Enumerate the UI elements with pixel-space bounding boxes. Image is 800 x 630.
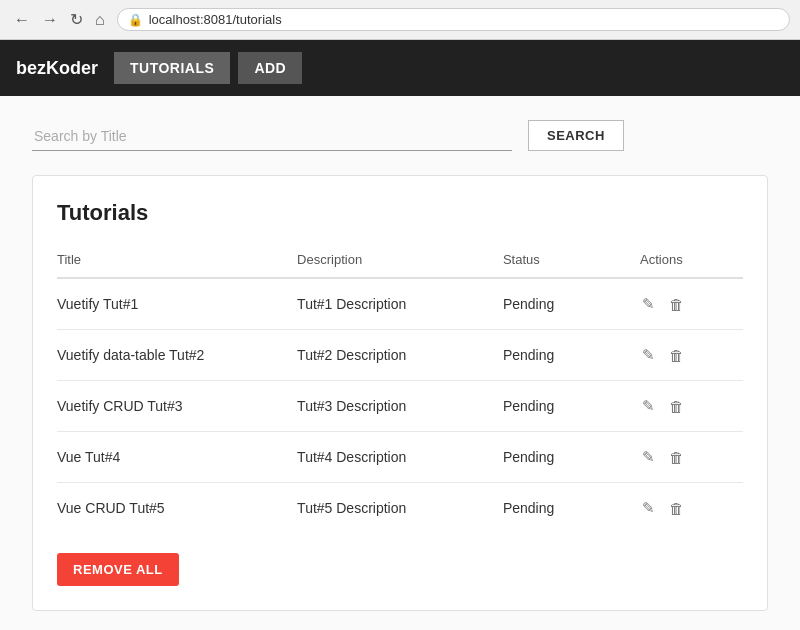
cell-description: Tut#5 Description — [297, 483, 503, 534]
cell-title: Vue Tut#4 — [57, 432, 297, 483]
search-bar: SEARCH — [32, 120, 768, 151]
home-button[interactable]: ⌂ — [91, 10, 109, 30]
cell-actions: ✎🗑 — [640, 330, 743, 381]
nav-buttons: ← → ↻ ⌂ — [10, 10, 109, 30]
table-row: Vuetify CRUD Tut#3Tut#3 DescriptionPendi… — [57, 381, 743, 432]
actions-cell: ✎🗑 — [640, 446, 731, 468]
card-title: Tutorials — [57, 200, 743, 226]
search-button[interactable]: SEARCH — [528, 120, 624, 151]
search-input-wrapper — [32, 122, 512, 151]
delete-icon[interactable]: 🗑 — [667, 498, 686, 519]
cell-description: Tut#2 Description — [297, 330, 503, 381]
cell-actions: ✎🗑 — [640, 432, 743, 483]
address-bar[interactable]: 🔒 localhost:8081/tutorials — [117, 8, 790, 31]
col-header-actions: Actions — [640, 242, 743, 278]
table-row: Vue CRUD Tut#5Tut#5 DescriptionPending✎🗑 — [57, 483, 743, 534]
table-body: Vuetify Tut#1Tut#1 DescriptionPending✎🗑V… — [57, 278, 743, 533]
browser-chrome: ← → ↻ ⌂ 🔒 localhost:8081/tutorials — [0, 0, 800, 40]
tutorials-table: Title Description Status Actions Vuetify… — [57, 242, 743, 533]
url-text: localhost:8081/tutorials — [149, 12, 282, 27]
lock-icon: 🔒 — [128, 13, 143, 27]
cell-title: Vuetify Tut#1 — [57, 278, 297, 330]
forward-button[interactable]: → — [38, 10, 62, 30]
search-input[interactable] — [32, 122, 512, 151]
table-row: Vue Tut#4Tut#4 DescriptionPending✎🗑 — [57, 432, 743, 483]
edit-icon[interactable]: ✎ — [640, 497, 657, 519]
edit-icon[interactable]: ✎ — [640, 395, 657, 417]
cell-description: Tut#3 Description — [297, 381, 503, 432]
navbar-brand: bezKoder — [16, 58, 98, 79]
cell-status: Pending — [503, 330, 640, 381]
edit-icon[interactable]: ✎ — [640, 293, 657, 315]
delete-icon[interactable]: 🗑 — [667, 294, 686, 315]
cell-status: Pending — [503, 432, 640, 483]
col-header-status: Status — [503, 242, 640, 278]
table-row: Vuetify data-table Tut#2Tut#2 Descriptio… — [57, 330, 743, 381]
cell-title: Vuetify data-table Tut#2 — [57, 330, 297, 381]
cell-actions: ✎🗑 — [640, 381, 743, 432]
cell-actions: ✎🗑 — [640, 483, 743, 534]
actions-cell: ✎🗑 — [640, 344, 731, 366]
delete-icon[interactable]: 🗑 — [667, 447, 686, 468]
cell-status: Pending — [503, 483, 640, 534]
cell-status: Pending — [503, 278, 640, 330]
navbar: bezKoder TUTORIALS ADD — [0, 40, 800, 96]
remove-all-button[interactable]: REMOVE ALL — [57, 553, 179, 586]
col-header-title: Title — [57, 242, 297, 278]
edit-icon[interactable]: ✎ — [640, 344, 657, 366]
cell-title: Vue CRUD Tut#5 — [57, 483, 297, 534]
col-header-description: Description — [297, 242, 503, 278]
back-button[interactable]: ← — [10, 10, 34, 30]
delete-icon[interactable]: 🗑 — [667, 345, 686, 366]
tutorials-card: Tutorials Title Description Status Actio… — [32, 175, 768, 611]
cell-status: Pending — [503, 381, 640, 432]
cell-description: Tut#4 Description — [297, 432, 503, 483]
actions-cell: ✎🗑 — [640, 395, 731, 417]
actions-cell: ✎🗑 — [640, 293, 731, 315]
cell-title: Vuetify CRUD Tut#3 — [57, 381, 297, 432]
add-nav-button[interactable]: ADD — [238, 52, 302, 84]
table-header: Title Description Status Actions — [57, 242, 743, 278]
actions-cell: ✎🗑 — [640, 497, 731, 519]
cell-actions: ✎🗑 — [640, 278, 743, 330]
cell-description: Tut#1 Description — [297, 278, 503, 330]
delete-icon[interactable]: 🗑 — [667, 396, 686, 417]
edit-icon[interactable]: ✎ — [640, 446, 657, 468]
tutorials-nav-button[interactable]: TUTORIALS — [114, 52, 230, 84]
reload-button[interactable]: ↻ — [66, 10, 87, 30]
main-content: SEARCH Tutorials Title Description Statu… — [0, 96, 800, 630]
table-row: Vuetify Tut#1Tut#1 DescriptionPending✎🗑 — [57, 278, 743, 330]
